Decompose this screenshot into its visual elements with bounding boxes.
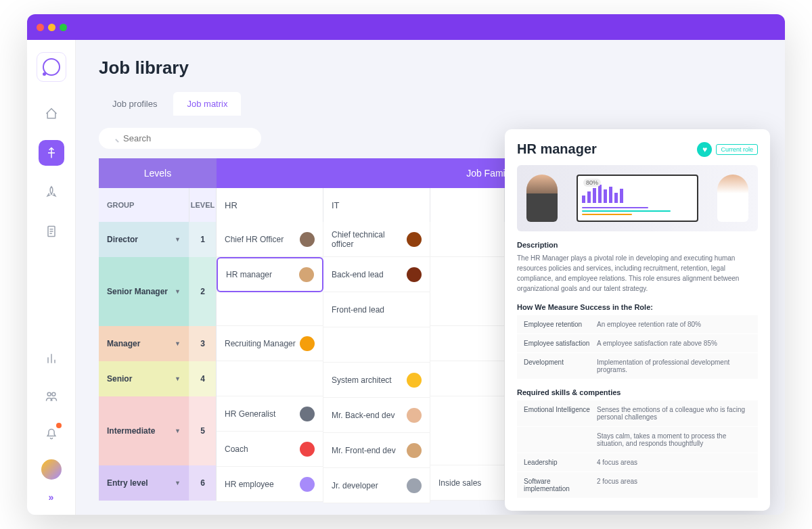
role-empty[interactable] (430, 361, 505, 396)
family-hr-header[interactable]: HR (217, 188, 323, 222)
avatar-icon (407, 408, 422, 423)
chevron-down-icon: ▼ (175, 375, 181, 382)
close-icon[interactable] (37, 24, 44, 31)
family-extra-header[interactable] (430, 188, 505, 222)
skill-row: Emotional IntelligenceSenses the emotion… (517, 400, 758, 426)
avatar-icon (300, 442, 315, 457)
stats-icon[interactable] (39, 346, 64, 371)
avatar-icon (407, 232, 422, 247)
users-icon[interactable] (39, 384, 64, 409)
metric-row: Employee retentionAn employee retention … (517, 315, 758, 334)
avatar-icon (407, 267, 422, 282)
search-icon (99, 128, 261, 149)
avatar-icon (407, 373, 422, 388)
heart-icon[interactable]: ♥ (697, 142, 712, 157)
success-metrics: Employee retentionAn employee retention … (517, 315, 758, 379)
role-inside-sales[interactable]: Inside sales (430, 465, 505, 501)
metric-row: Employee satisfactionA employee satisfac… (517, 334, 758, 352)
page-title: Job library (99, 58, 762, 78)
app-window: » Job library Job profiles Job matrix Le… (27, 14, 785, 515)
group-intermediate[interactable]: Intermediate▼ (99, 396, 189, 465)
metric-row: DevelopmentImplementation of professiona… (517, 353, 758, 379)
app-logo[interactable] (37, 52, 66, 82)
tab-bar: Job profiles Job matrix (99, 92, 762, 116)
chevron-down-icon: ▼ (175, 340, 181, 347)
role-system-architect[interactable]: System architect (323, 363, 430, 398)
description-heading: Description (517, 241, 758, 249)
detail-image: 80% (517, 165, 758, 231)
group-entry-level[interactable]: Entry level▼ (99, 465, 189, 501)
svg-point-2 (51, 392, 55, 396)
detail-title: HR manager (517, 141, 597, 157)
level-header: LEVEL (189, 188, 217, 222)
bell-icon[interactable] (39, 421, 64, 447)
skill-row: Software implementation2 focus areas (517, 472, 758, 498)
expand-sidebar-icon[interactable]: » (49, 492, 54, 503)
level-4: 4 (189, 361, 217, 396)
sidebar: » (27, 40, 76, 515)
role-empty[interactable] (430, 222, 505, 257)
role-detail-panel: HR manager ♥ Current role 80% Descriptio… (505, 129, 770, 511)
rocket-icon[interactable] (39, 179, 64, 205)
library-icon[interactable] (39, 140, 64, 166)
role-jr-developer[interactable]: Jr. developer (323, 468, 430, 503)
level-2: 2 (189, 257, 217, 326)
role-empty[interactable] (430, 257, 505, 326)
skills-heading: Required skills & compenties (517, 388, 758, 396)
success-heading: How We Measure Success in the Role: (517, 303, 758, 311)
chevron-down-icon: ▼ (175, 428, 181, 434)
role-chief-hr-officer[interactable]: Chief HR Officer (217, 222, 323, 257)
avatar-icon (299, 267, 314, 282)
family-it-header[interactable]: IT (323, 188, 430, 222)
window-titlebar (27, 14, 785, 40)
group-senior[interactable]: Senior▼ (99, 361, 189, 396)
search-input[interactable] (99, 128, 261, 149)
avatar-icon (300, 232, 315, 247)
home-icon[interactable] (39, 101, 64, 127)
role-coach[interactable]: Coach (217, 432, 323, 467)
role-backend-dev[interactable]: Mr. Back-end dev (323, 398, 430, 433)
group-senior-manager[interactable]: Senior Manager▼ (99, 257, 189, 326)
role-backend-lead[interactable]: Back-end lead (323, 257, 430, 292)
chevron-down-icon: ▼ (175, 236, 181, 243)
avatar-icon (407, 443, 422, 458)
document-icon[interactable] (39, 218, 64, 244)
avatar-icon (300, 336, 315, 351)
role-cto[interactable]: Chief technical officer (323, 222, 430, 257)
user-avatar[interactable] (41, 459, 62, 480)
tab-job-profiles[interactable]: Job profiles (99, 92, 171, 116)
role-empty[interactable] (430, 326, 505, 361)
level-1: 1 (189, 222, 217, 257)
maximize-icon[interactable] (60, 24, 67, 31)
role-empty[interactable] (217, 361, 323, 396)
role-frontend-lead[interactable]: Front-end lead (323, 292, 430, 327)
group-director[interactable]: Director▼ (99, 222, 189, 257)
current-role-badge: Current role (716, 144, 758, 155)
role-hr-manager[interactable]: HR manager (217, 257, 323, 292)
levels-column-header: Levels (99, 158, 217, 188)
role-hr-generalist[interactable]: HR Generalist (217, 396, 323, 432)
avatar-icon (300, 407, 315, 421)
avatar-icon (407, 478, 422, 493)
role-frontend-dev[interactable]: Mr. Front-end dev (323, 433, 430, 468)
role-hr-employee[interactable]: HR employee (217, 467, 323, 502)
chevron-down-icon: ▼ (175, 288, 181, 295)
role-empty[interactable] (217, 292, 323, 326)
window-controls (37, 24, 67, 31)
skill-row: Stays calm, takes a moment to process th… (517, 427, 758, 453)
role-empty[interactable] (430, 396, 505, 465)
svg-point-1 (47, 392, 51, 396)
tab-job-matrix[interactable]: Job matrix (173, 92, 241, 116)
group-header: GROUP (99, 188, 189, 222)
role-recruiting-manager[interactable]: Recruiting Manager (217, 326, 323, 361)
minimize-icon[interactable] (48, 24, 55, 31)
level-3: 3 (189, 326, 217, 361)
chevron-down-icon: ▼ (175, 480, 181, 486)
group-manager[interactable]: Manager▼ (99, 326, 189, 361)
skills-table: Emotional IntelligenceSenses the emotion… (517, 400, 758, 498)
level-5: 5 (189, 396, 217, 465)
level-6: 6 (189, 465, 217, 501)
avatar-icon (300, 477, 315, 492)
role-empty[interactable] (323, 327, 430, 363)
skill-row: Leadership4 focus areas (517, 453, 758, 472)
